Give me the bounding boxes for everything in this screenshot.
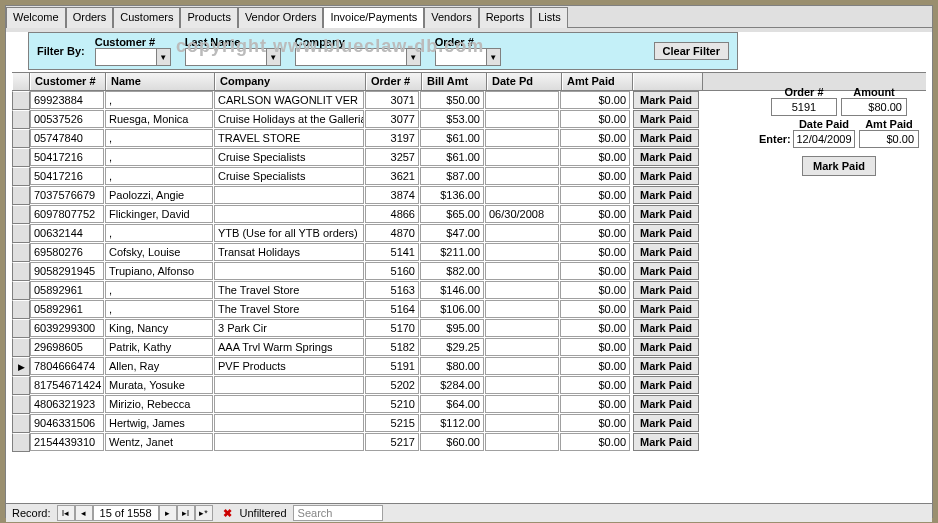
cell-customer[interactable]: 6039299300	[30, 319, 104, 337]
tab-invoice-payments[interactable]: Invoice/Payments	[323, 7, 424, 28]
cell-customer[interactable]: 05892961	[30, 281, 104, 299]
cell-order[interactable]: 5164	[365, 300, 419, 318]
row-selector[interactable]	[12, 357, 30, 376]
cell-company[interactable]: Cruise Specialists	[214, 148, 364, 166]
row-selector[interactable]	[12, 205, 30, 224]
cell-name[interactable]: Hertwig, James	[105, 414, 213, 432]
table-row[interactable]: 29698605Patrik, KathyAAA Trvl Warm Sprin…	[12, 338, 926, 357]
cell-company[interactable]: 3 Park Cir	[214, 319, 364, 337]
cell-order[interactable]: 5182	[365, 338, 419, 356]
row-selector[interactable]	[12, 376, 30, 395]
col-amtpaid[interactable]: Amt Paid	[562, 73, 633, 90]
chevron-down-icon[interactable]: ▼	[406, 49, 420, 65]
mark-paid-button[interactable]: Mark Paid	[633, 395, 699, 413]
filter-order-combo[interactable]: ▼	[435, 48, 501, 66]
filter-customer-combo[interactable]: ▼	[95, 48, 171, 66]
cell-company[interactable]: The Travel Store	[214, 281, 364, 299]
cell-datepd[interactable]	[485, 281, 559, 299]
cell-customer[interactable]: 29698605	[30, 338, 104, 356]
cell-amtpaid[interactable]: $0.00	[560, 376, 630, 394]
cell-billamt[interactable]: $47.00	[420, 224, 484, 242]
cell-datepd[interactable]	[485, 433, 559, 451]
cell-amtpaid[interactable]: $0.00	[560, 129, 630, 147]
cell-order[interactable]: 5217	[365, 433, 419, 451]
nav-next-button[interactable]: ▸	[159, 505, 177, 521]
cell-datepd[interactable]: 06/30/2008	[485, 205, 559, 223]
cell-name[interactable]: Allen, Ray	[105, 357, 213, 375]
row-selector[interactable]	[12, 338, 30, 357]
cell-billamt[interactable]: $211.00	[420, 243, 484, 261]
cell-amtpaid[interactable]: $0.00	[560, 338, 630, 356]
mark-paid-button[interactable]: Mark Paid	[633, 357, 699, 375]
cell-datepd[interactable]	[485, 129, 559, 147]
mark-paid-button[interactable]: Mark Paid	[633, 433, 699, 451]
tab-welcome[interactable]: Welcome	[6, 7, 66, 28]
cell-customer[interactable]: 69580276	[30, 243, 104, 261]
table-row[interactable]: 6039299300King, Nancy3 Park Cir5170$95.0…	[12, 319, 926, 338]
cell-order[interactable]: 5202	[365, 376, 419, 394]
cell-billamt[interactable]: $60.00	[420, 433, 484, 451]
detail-mark-paid-button[interactable]: Mark Paid	[802, 156, 876, 176]
cell-billamt[interactable]: $50.00	[420, 91, 484, 109]
cell-amtpaid[interactable]: $0.00	[560, 91, 630, 109]
row-selector[interactable]	[12, 319, 30, 338]
cell-billamt[interactable]: $82.00	[420, 262, 484, 280]
cell-company[interactable]: The Travel Store	[214, 300, 364, 318]
row-selector[interactable]	[12, 300, 30, 319]
cell-amtpaid[interactable]: $0.00	[560, 224, 630, 242]
cell-customer[interactable]: 4806321923	[30, 395, 104, 413]
mark-paid-button[interactable]: Mark Paid	[633, 281, 699, 299]
cell-name[interactable]: ,	[105, 148, 213, 166]
mark-paid-button[interactable]: Mark Paid	[633, 300, 699, 318]
cell-amtpaid[interactable]: $0.00	[560, 319, 630, 337]
cell-order[interactable]: 5191	[365, 357, 419, 375]
table-row[interactable]: 69580276Cofsky, LouiseTransat Holidays51…	[12, 243, 926, 262]
nav-last-button[interactable]: ▸I	[177, 505, 195, 521]
cell-name[interactable]: Wentz, Janet	[105, 433, 213, 451]
cell-company[interactable]: Transat Holidays	[214, 243, 364, 261]
cell-name[interactable]: ,	[105, 224, 213, 242]
mark-paid-button[interactable]: Mark Paid	[633, 205, 699, 223]
cell-customer[interactable]: 05892961	[30, 300, 104, 318]
col-customer[interactable]: Customer #	[30, 73, 106, 90]
cell-name[interactable]: Mirizio, Rebecca	[105, 395, 213, 413]
cell-customer[interactable]: 00537526	[30, 110, 104, 128]
row-selector[interactable]	[12, 414, 30, 433]
row-selector[interactable]	[12, 262, 30, 281]
row-selector[interactable]	[12, 224, 30, 243]
filter-status-icon[interactable]: ✖	[221, 507, 234, 520]
cell-order[interactable]: 4870	[365, 224, 419, 242]
table-row[interactable]: 05892961,The Travel Store5164$106.00$0.0…	[12, 300, 926, 319]
mark-paid-button[interactable]: Mark Paid	[633, 243, 699, 261]
cell-datepd[interactable]	[485, 91, 559, 109]
mark-paid-button[interactable]: Mark Paid	[633, 319, 699, 337]
cell-datepd[interactable]	[485, 300, 559, 318]
filter-company-input[interactable]	[296, 50, 406, 64]
table-row[interactable]: 7037576679Paolozzi, Angie3874$136.00$0.0…	[12, 186, 926, 205]
cell-datepd[interactable]	[485, 357, 559, 375]
cell-datepd[interactable]	[485, 319, 559, 337]
col-datepd[interactable]: Date Pd	[487, 73, 562, 90]
cell-billamt[interactable]: $64.00	[420, 395, 484, 413]
chevron-down-icon[interactable]: ▼	[156, 49, 170, 65]
cell-company[interactable]	[214, 186, 364, 204]
cell-datepd[interactable]	[485, 224, 559, 242]
search-input[interactable]: Search	[293, 505, 383, 521]
cell-company[interactable]: Cruise Holidays at the Galleria	[214, 110, 364, 128]
mark-paid-button[interactable]: Mark Paid	[633, 91, 699, 109]
filter-company-combo[interactable]: ▼	[295, 48, 421, 66]
table-row[interactable]: 4806321923Mirizio, Rebecca5210$64.00$0.0…	[12, 395, 926, 414]
clear-filter-button[interactable]: Clear Filter	[654, 42, 729, 60]
nav-prev-button[interactable]: ◂	[75, 505, 93, 521]
tab-reports[interactable]: Reports	[479, 7, 532, 28]
cell-company[interactable]: Cruise Specialists	[214, 167, 364, 185]
cell-customer[interactable]: 00632144	[30, 224, 104, 242]
mark-paid-button[interactable]: Mark Paid	[633, 167, 699, 185]
cell-billamt[interactable]: $65.00	[420, 205, 484, 223]
cell-billamt[interactable]: $146.00	[420, 281, 484, 299]
cell-company[interactable]: PVF Products	[214, 357, 364, 375]
cell-billamt[interactable]: $61.00	[420, 148, 484, 166]
cell-name[interactable]: Cofsky, Louise	[105, 243, 213, 261]
row-selector[interactable]	[12, 186, 30, 205]
cell-billamt[interactable]: $53.00	[420, 110, 484, 128]
